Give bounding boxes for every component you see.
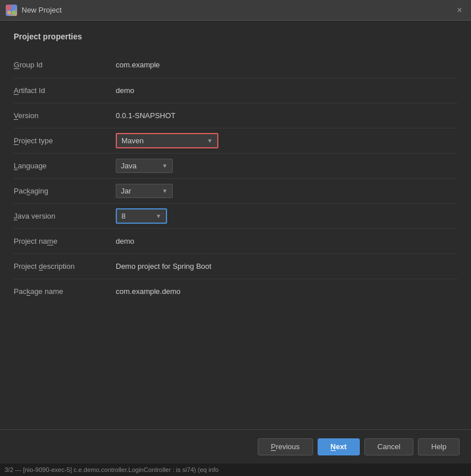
new-project-dialog: New Project × Project properties Group I…	[0, 0, 471, 476]
language-label: Language	[14, 153, 113, 178]
group-id-row: Group Id com.example	[14, 53, 457, 78]
java-version-row: Java version 8 ▼	[14, 203, 457, 228]
language-dropdown[interactable]: Java ▼	[116, 159, 173, 173]
artifact-id-value-cell: demo	[113, 78, 457, 103]
group-id-label: Group Id	[14, 53, 113, 78]
previous-button[interactable]: Previous	[258, 438, 313, 455]
packaging-dropdown[interactable]: Jar ▼	[116, 184, 173, 198]
package-name-label: Package name	[14, 279, 113, 304]
title-bar: New Project ×	[0, 0, 471, 21]
project-name-label: Project name	[14, 228, 113, 253]
button-bar: Previous Next Cancel Help	[0, 429, 471, 463]
java-version-label: Java version	[14, 203, 113, 228]
app-icon	[6, 5, 17, 16]
project-description-row: Project description Demo project for Spr…	[14, 253, 457, 279]
help-button[interactable]: Help	[418, 438, 460, 455]
dialog-title: New Project	[22, 6, 62, 14]
project-type-dropdown[interactable]: Maven ▼	[116, 133, 218, 148]
language-dropdown-arrow: ▼	[162, 163, 168, 169]
svg-rect-1	[12, 6, 15, 10]
project-type-dropdown-arrow: ▼	[207, 138, 213, 144]
project-type-dropdown-value: Maven	[121, 136, 144, 145]
dialog-content: Project properties Group Id com.example …	[0, 21, 471, 429]
artifact-id-value: demo	[116, 86, 135, 95]
help-label: Help	[431, 442, 446, 451]
language-value-cell: Java ▼	[113, 153, 457, 178]
package-name-row: Package name com.example.demo	[14, 279, 457, 304]
cancel-label: Cancel	[377, 442, 400, 451]
group-id-value-cell: com.example	[113, 53, 457, 78]
java-version-dropdown-value: 8	[121, 212, 125, 220]
next-button[interactable]: Next	[318, 438, 360, 455]
group-id-value: com.example	[116, 60, 160, 69]
java-version-dropdown-arrow: ▼	[156, 213, 161, 219]
packaging-value-cell: Jar ▼	[113, 178, 457, 203]
project-name-value: demo	[116, 237, 135, 245]
packaging-dropdown-arrow: ▼	[162, 188, 168, 194]
cancel-button[interactable]: Cancel	[364, 438, 413, 455]
form-table: Group Id com.example Artifact Id demo	[14, 53, 457, 304]
project-description-value-cell: Demo project for Spring Boot	[113, 253, 457, 279]
section-title: Project properties	[14, 32, 457, 41]
project-type-row: Project type Maven ▼	[14, 128, 457, 153]
packaging-label: Packaging	[14, 178, 113, 203]
package-name-value: com.example.demo	[116, 287, 180, 296]
java-version-dropdown[interactable]: 8 ▼	[116, 208, 167, 224]
project-type-label: Project type	[14, 128, 113, 153]
project-type-value-cell: Maven ▼	[113, 128, 457, 153]
version-value-cell: 0.0.1-SNAPSHOT	[113, 103, 457, 128]
status-text: 3/2 --- [nio-9090-exec-5] c.e.demo.contr…	[5, 466, 218, 473]
language-dropdown-value: Java	[121, 162, 136, 170]
svg-rect-2	[7, 11, 11, 14]
packaging-row: Packaging Jar ▼	[14, 178, 457, 203]
status-bar: 3/2 --- [nio-9090-exec-5] c.e.demo.contr…	[0, 463, 471, 476]
language-row: Language Java ▼	[14, 153, 457, 178]
project-name-row: Project name demo	[14, 228, 457, 253]
title-bar-left: New Project	[6, 5, 62, 16]
close-button[interactable]: ×	[454, 5, 465, 16]
project-description-label: Project description	[14, 253, 113, 279]
artifact-id-row: Artifact Id demo	[14, 78, 457, 103]
project-name-value-cell: demo	[113, 228, 457, 253]
project-description-value: Demo project for Spring Boot	[116, 262, 212, 271]
version-label: Version	[14, 103, 113, 128]
java-version-value-cell: 8 ▼	[113, 203, 457, 228]
packaging-dropdown-value: Jar	[121, 187, 131, 195]
version-row: Version 0.0.1-SNAPSHOT	[14, 103, 457, 128]
version-value: 0.0.1-SNAPSHOT	[116, 111, 176, 120]
svg-rect-3	[12, 11, 15, 14]
svg-rect-0	[7, 6, 11, 10]
artifact-id-label: Artifact Id	[14, 78, 113, 103]
package-name-value-cell: com.example.demo	[113, 279, 457, 304]
